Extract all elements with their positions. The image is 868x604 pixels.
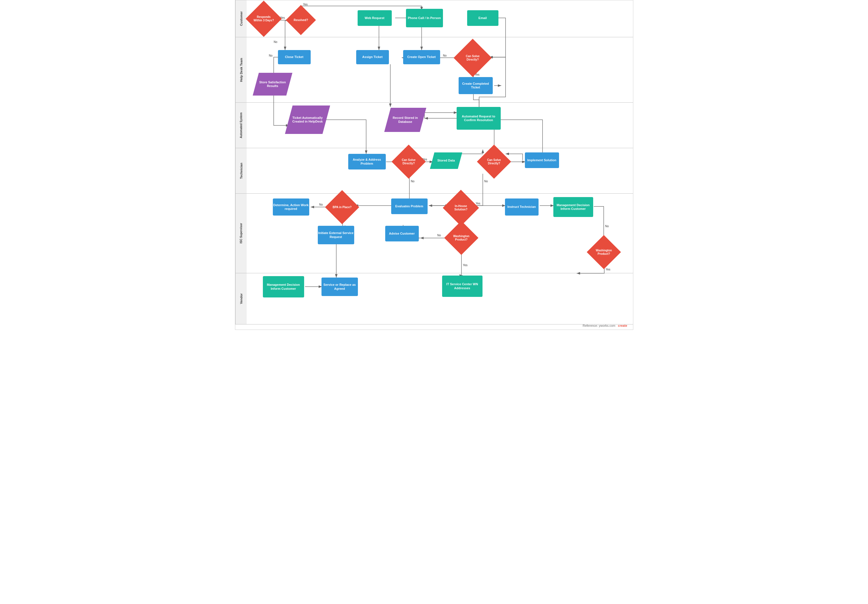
advise-customer-label: Advise Customer [389,232,414,235]
management-decision-vendor-node: Management Decision Inform Customer [263,276,304,297]
bpa-in-place-node: BPA in Place? [325,190,359,224]
assign-ticket-label: Assign Ticket [362,55,382,59]
lane-label-helpdesk: Help Desk Team [235,37,246,102]
resolved-node: Resolved? [286,5,316,35]
washington-product-node: Washington Product? [444,221,478,255]
automated-request-label: Automated Request to Confirm Resolution [457,115,501,122]
determine-action-label: Determine, Action Work required [273,203,309,211]
can-solve-tech2-label: Can Solve Directly? [482,150,506,174]
management-decision-isc-node: Management Decision Inform Customer [553,197,593,217]
washington-product-label: Washington Product? [449,226,473,250]
management-decision-vendor-label: Management Decision Inform Customer [263,283,304,290]
can-solve-hd-label: Can Solve Directly? [459,44,486,71]
instruct-technician-label: Instruct Technician [507,205,536,209]
create-open-ticket-label: Create Open Ticket [407,55,436,59]
store-satisfaction-node: Store Satisfaction Results [253,73,292,96]
responds-within-node: Responds Within 3 Days? [245,1,282,37]
can-solve-tech1-label: Can Solve Directly? [397,150,421,174]
washington-product2-node: Washington Product? [587,235,621,269]
responds-within-label: Responds Within 3 Days? [251,6,276,32]
service-replace-node: Service or Replace as Agreed [321,277,358,296]
implement-solution-node: Implement Solution [525,152,559,168]
email-label: Email [479,16,487,20]
washington-product2-label: Washington Product? [592,240,616,264]
diagram-wrapper: Customer Help Desk Team Automated System… [235,0,633,330]
determine-action-node: Determine, Action Work required [273,198,309,215]
email-node: Email [467,10,498,26]
close-ticket-label: Close Ticket [285,55,304,59]
lane-label-automated: Automated System [235,103,246,148]
evaluates-problem-node: Evaluates Problem [391,198,428,214]
stored-data-node: Stored Data [430,152,462,169]
ticket-auto-created-node: Ticket Automatically Created in HelpDesk [285,105,330,134]
ticket-auto-created-label: Ticket Automatically Created in HelpDesk [289,105,326,134]
reference-text: Reference: yworks.com create [583,324,627,327]
it-service-center-label: IT Service Center WN Addresses [442,282,482,290]
create-completed-ticket-label: Create Completed Ticket [459,82,493,89]
automated-request-node: Automated Request to Confirm Resolution [457,107,501,130]
can-solve-tech2-node: Can Solve Directly? [477,144,511,178]
lane-helpdesk: Help Desk Team [235,37,633,103]
in-house-solution-node: In-House Solution? [443,190,479,226]
create-open-ticket-node: Create Open Ticket [403,50,440,64]
analyze-address-label: Analyze & Address Problem [348,158,386,165]
store-satisfaction-label: Store Satisfaction Results [256,73,289,96]
record-stored-label: Record Stored in Database [388,108,423,132]
evaluates-problem-label: Evaluates Problem [395,204,423,208]
phone-call-node: Phone Call / In Person [406,9,443,27]
bpa-in-place-label: BPA in Place? [330,195,354,219]
implement-solution-label: Implement Solution [527,158,556,162]
web-request-label: Web Request [365,16,384,20]
management-decision-isc-label: Management Decision Inform Customer [553,203,593,211]
create-brand: create [618,324,627,327]
record-stored-node: Record Stored in Database [384,108,426,132]
service-replace-label: Service or Replace as Agreed [321,283,358,290]
instruct-technician-node: Instruct Technician [505,198,539,215]
create-completed-ticket-node: Create Completed Ticket [459,77,493,94]
lane-label-isc: ISC Supervisor [235,194,246,273]
assign-ticket-node: Assign Ticket [356,50,389,64]
initiate-external-label: Initiate External Service Request [318,231,354,239]
lane-label-technician: Technician [235,148,246,194]
web-request-node: Web Request [358,10,392,26]
advise-customer-node: Advise Customer [385,226,419,242]
lane-label-vendor: Vendor [235,273,246,324]
it-service-center-node: IT Service Center WN Addresses [442,276,482,297]
lane-label-customer: Customer [235,0,246,37]
phone-call-label: Phone Call / In Person [408,16,441,20]
stored-data-label: Stored Data [432,152,460,169]
in-house-solution-label: In-House Solution? [448,195,474,221]
analyze-address-node: Analyze & Address Problem [348,154,386,169]
resolved-label: Resolved? [290,9,312,31]
close-ticket-node: Close Ticket [278,50,311,64]
initiate-external-node: Initiate External Service Request [318,226,354,244]
can-solve-tech1-node: Can Solve Directly? [391,144,426,178]
can-solve-directly-hd-node: Can Solve Directly? [454,39,491,77]
